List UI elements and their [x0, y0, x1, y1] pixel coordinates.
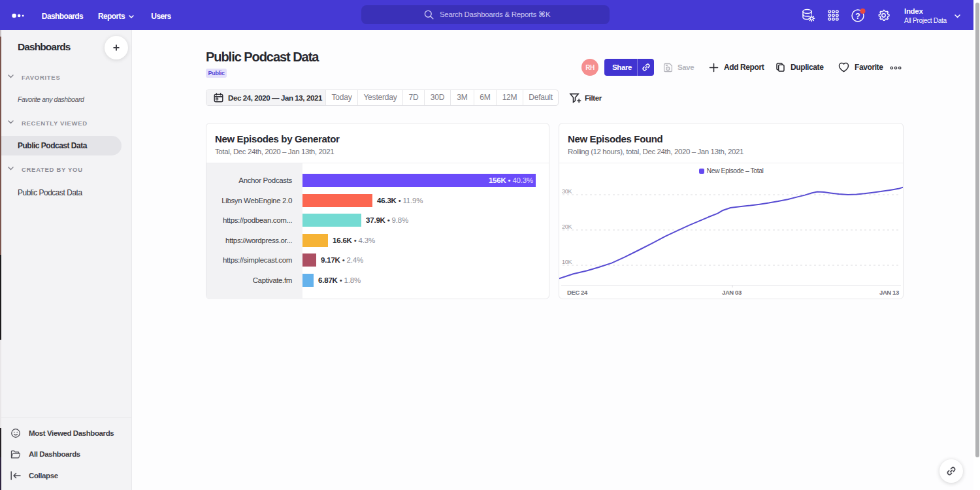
- svg-text:?: ?: [855, 12, 860, 21]
